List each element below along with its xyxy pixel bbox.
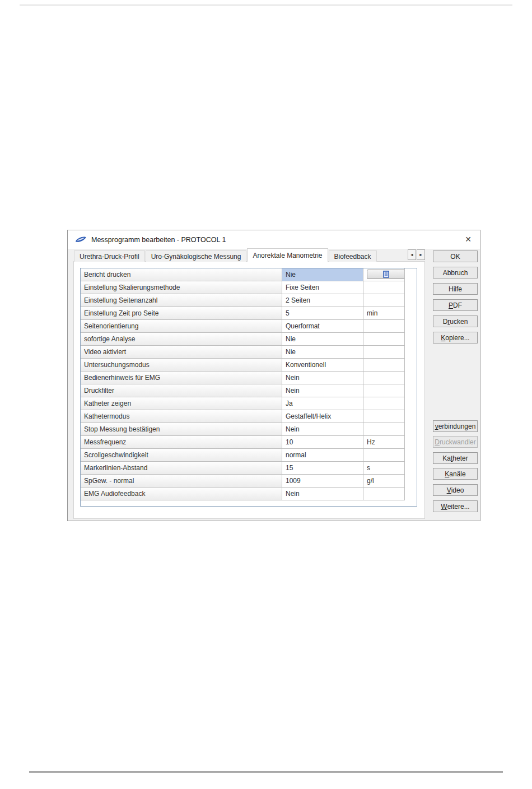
tab-strip: Urethra-Druck-ProfilUro-Gynäkologische M… <box>74 248 377 262</box>
param-unit-cell <box>363 268 405 281</box>
table-row: Einstellung Seitenanzahl2 Seiten <box>81 294 417 307</box>
button-drucken[interactable]: Drucken <box>433 315 478 327</box>
table-row: Einstellung SkalierungsmethodeFixe Seite… <box>81 281 417 294</box>
param-name-cell[interactable]: Bedienerhinweis für EMG <box>81 372 282 384</box>
param-value-cell[interactable]: Nie <box>282 333 363 346</box>
param-value-cell[interactable]: Nein <box>282 372 363 384</box>
table-row: Video aktiviertNie <box>81 346 417 359</box>
param-name-cell[interactable]: Scrollgeschwindigkeit <box>81 449 282 462</box>
table-row: Scrollgeschwindigkeitnormal <box>81 449 417 462</box>
table-row: KathetermodusGestaffelt/Helix <box>81 410 417 423</box>
param-value-cell[interactable]: 1009 <box>282 475 363 488</box>
table-row: DruckfilterNein <box>81 384 417 397</box>
param-unit-cell <box>363 281 405 294</box>
table-row: Katheter zeigenJa <box>81 397 417 410</box>
param-unit-cell <box>363 372 405 384</box>
table-row: Messfrequenz10Hz <box>81 436 417 449</box>
param-value-cell[interactable]: 2 Seiten <box>282 294 363 307</box>
table-row: Einstellung Zeit pro Seite5min <box>81 307 417 320</box>
table-row: SpGew. - normal1009g/l <box>81 475 417 488</box>
param-unit-cell <box>363 320 405 333</box>
close-icon[interactable]: ✕ <box>460 232 477 247</box>
param-value-cell[interactable]: Nein <box>282 488 363 500</box>
param-name-cell[interactable]: Druckfilter <box>81 384 282 397</box>
param-name-cell[interactable]: Einstellung Skalierungsmethode <box>81 281 282 294</box>
param-value-cell[interactable]: Nie <box>282 346 363 359</box>
param-value-cell[interactable]: Ja <box>282 397 363 410</box>
dialog-titlebar: Messprogramm bearbeiten - PROTOCOL 1 ✕ <box>68 230 480 249</box>
table-row: sofortige AnalyseNie <box>81 333 417 346</box>
param-unit-cell <box>363 488 405 500</box>
page-top-rule <box>20 4 512 6</box>
param-value-cell[interactable]: Nein <box>282 423 363 436</box>
tab-scroll-right-icon[interactable]: ► <box>417 249 425 260</box>
param-name-cell[interactable]: sofortige Analyse <box>81 333 282 346</box>
param-value-cell[interactable]: normal <box>282 449 363 462</box>
copy-report-button[interactable] <box>367 270 405 279</box>
tab-content-panel: Bericht druckenNieEinstellung Skalierung… <box>73 261 425 519</box>
button-video[interactable]: Video <box>433 484 478 496</box>
param-unit-cell <box>363 294 405 307</box>
param-name-cell[interactable]: Einstellung Seitenanzahl <box>81 294 282 307</box>
param-value-cell[interactable]: Querformat <box>282 320 363 333</box>
document-page: Messprogramm bearbeiten - PROTOCOL 1 ✕ U… <box>0 0 532 789</box>
table-row: SeitenorientierungQuerformat <box>81 320 417 333</box>
tab-urethra-druck-profil[interactable]: Urethra-Druck-Profil <box>74 250 145 262</box>
param-unit-cell: Hz <box>363 436 405 449</box>
footer-rule <box>29 771 503 773</box>
tab-anorektale-manometrie[interactable]: Anorektale Manometrie <box>247 248 328 262</box>
button-weitere[interactable]: Weitere... <box>433 500 478 512</box>
param-unit-cell <box>363 410 405 423</box>
param-name-cell[interactable]: EMG Audiofeedback <box>81 488 282 500</box>
tab-uro-gynäkologische-messung[interactable]: Uro-Gynäkologische Messung <box>146 250 247 262</box>
param-name-cell[interactable]: SpGew. - normal <box>81 475 282 488</box>
param-value-cell[interactable]: 5 <box>282 307 363 320</box>
param-unit-cell: s <box>363 462 405 475</box>
button-kanäle[interactable]: Kanäle <box>433 468 478 480</box>
param-value-cell[interactable]: Nein <box>282 384 363 397</box>
button-ok[interactable]: OK <box>433 250 478 262</box>
param-value-cell[interactable]: 10 <box>282 436 363 449</box>
param-name-cell[interactable]: Katheter zeigen <box>81 397 282 410</box>
param-unit-cell <box>363 384 405 397</box>
param-value-cell[interactable]: Konventionell <box>282 359 363 372</box>
param-unit-cell <box>363 449 405 462</box>
param-name-cell[interactable]: Untersuchungsmodus <box>81 359 282 372</box>
button-katheter[interactable]: Katheter <box>433 452 478 464</box>
button-hilfe[interactable]: Hilfe <box>433 283 478 295</box>
param-unit-cell: g/l <box>363 475 405 488</box>
param-name-cell[interactable]: Video aktiviert <box>81 346 282 359</box>
param-name-cell[interactable]: Stop Messung bestätigen <box>81 423 282 436</box>
button-pdf[interactable]: PDF <box>433 299 478 311</box>
settings-rows: Bericht druckenNieEinstellung Skalierung… <box>81 268 417 500</box>
table-row: Bedienerhinweis für EMGNein <box>81 372 417 384</box>
param-unit-cell <box>363 397 405 410</box>
table-row: UntersuchungsmodusKonventionell <box>81 359 417 372</box>
param-name-cell[interactable]: Seitenorientierung <box>81 320 282 333</box>
param-unit-cell <box>363 423 405 436</box>
button-kopiere[interactable]: Kopiere... <box>433 332 478 344</box>
table-row: Stop Messung bestätigenNein <box>81 423 417 436</box>
param-value-cell[interactable]: Fixe Seiten <box>282 281 363 294</box>
app-logo-icon <box>74 235 87 244</box>
button-druckwandler: Druckwandler <box>433 436 478 448</box>
param-unit-cell <box>363 346 405 359</box>
param-name-cell[interactable]: Markerlinien-Abstand <box>81 462 282 475</box>
tab-biofeedback[interactable]: Biofeedback <box>329 250 377 262</box>
param-name-cell[interactable]: Bericht drucken <box>81 268 282 281</box>
button-abbruch[interactable]: Abbruch <box>433 267 478 279</box>
messprogramm-dialog: Messprogramm bearbeiten - PROTOCOL 1 ✕ U… <box>67 230 480 521</box>
param-name-cell[interactable]: Messfrequenz <box>81 436 282 449</box>
param-value-cell[interactable]: Gestaffelt/Helix <box>282 410 363 423</box>
param-name-cell[interactable]: Einstellung Zeit pro Seite <box>81 307 282 320</box>
param-value-cell[interactable]: Nie <box>282 268 363 281</box>
param-unit-cell <box>363 359 405 372</box>
param-value-cell[interactable]: 15 <box>282 462 363 475</box>
param-name-cell[interactable]: Kathetermodus <box>81 410 282 423</box>
tab-scroll-left-icon[interactable]: ◄ <box>408 249 416 260</box>
button-verbindungen[interactable]: verbindungen <box>433 420 478 432</box>
param-unit-cell <box>363 333 405 346</box>
settings-table: Bericht druckenNieEinstellung Skalierung… <box>80 268 417 507</box>
table-row: Markerlinien-Abstand15s <box>81 462 417 475</box>
table-row: EMG AudiofeedbackNein <box>81 488 417 500</box>
